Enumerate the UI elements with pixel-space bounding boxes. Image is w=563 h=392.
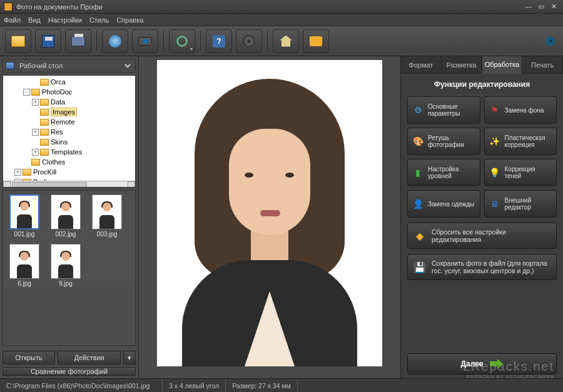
minimize-button[interactable]: — [523, 3, 534, 11]
magnifier-icon [176, 36, 188, 47]
func-button-6[interactable]: 👤Замена одежды [407, 190, 480, 218]
open-button[interactable]: Открыть [3, 351, 55, 364]
tool-web[interactable] [102, 29, 128, 53]
func-label: Замена одежды [428, 201, 474, 208]
watermark: LRepacks.net REPACKS BY ELCHUPACABRA [463, 359, 554, 379]
tool-help[interactable]: ? [206, 29, 232, 53]
thumb-caption: 9.jpg [48, 280, 83, 287]
app-icon [4, 3, 13, 11]
func-label: Пластическая коррекция [505, 134, 553, 148]
scroll-left-icon[interactable]: ◂ [3, 181, 11, 188]
expand-icon[interactable]: + [32, 149, 39, 156]
status-crop: 3 x 4 левый угол [163, 379, 226, 392]
func-label: Основные параметры [428, 103, 476, 117]
tool-open[interactable] [5, 29, 31, 53]
path-dropdown[interactable]: Рабочий стол [17, 61, 133, 70]
tool-save[interactable] [35, 29, 61, 53]
func-button-7[interactable]: 🖥Внешний редактор [484, 190, 557, 218]
preview-area [139, 56, 400, 378]
folder-icon [11, 36, 25, 47]
expand-icon[interactable]: - [23, 89, 30, 96]
thumbnails: 001.jpg002.jpg003.jpg6.jpg9.jpg [3, 190, 136, 346]
tree-node[interactable]: Images [3, 107, 135, 117]
tab-format[interactable]: Формат [401, 56, 442, 73]
path-selector[interactable]: Рабочий стол [3, 59, 136, 73]
tree-label: Orca [51, 78, 66, 86]
menu-help[interactable]: Справка [116, 16, 143, 24]
panel-close-icon[interactable]: ✕ [545, 36, 555, 46]
tree-node[interactable]: Skins [3, 137, 135, 147]
expand-icon[interactable]: + [32, 99, 39, 106]
scroll-thumb[interactable] [12, 182, 87, 188]
tree-node[interactable]: -PhotoDoc [3, 87, 135, 97]
func-button-1[interactable]: ⚑Замена фона [484, 96, 557, 124]
actions-button[interactable]: Действия [58, 351, 121, 364]
menu-view[interactable]: Вид [28, 16, 41, 24]
func-button-3[interactable]: ✨Пластическая коррекция [484, 128, 557, 155]
tool-cart[interactable] [303, 29, 329, 53]
tool-camera[interactable] [132, 29, 158, 53]
tree-scrollbar[interactable]: ◂ ▸ [3, 181, 135, 188]
right-panel: Формат Разметка Обработка Печать Функции… [400, 56, 563, 378]
tree-label: ProcKill [33, 168, 56, 176]
tree-label: Skins [51, 138, 68, 146]
tab-process[interactable]: Обработка [482, 56, 523, 74]
tree-label: Res [51, 128, 63, 136]
reset-button[interactable]: ◆ Сбросить все настройки редактирования [407, 223, 557, 249]
func-icon: 🖥 [489, 198, 501, 210]
tree-node[interactable]: Orca [3, 77, 135, 87]
statusbar: C:\Program Files (x86)\PhotoDoc\Images\0… [0, 378, 563, 392]
menu-style[interactable]: Стиль [89, 16, 109, 24]
separator [96, 31, 97, 52]
tree-node[interactable]: +ProcKill [3, 167, 135, 177]
tool-home[interactable] [273, 29, 299, 53]
tree-label: Images [51, 108, 77, 116]
func-icon: ⚙ [412, 104, 424, 116]
compare-button[interactable]: Сравнение фотографий [3, 367, 136, 376]
expand-icon[interactable]: + [32, 129, 39, 136]
tree-node[interactable]: +Res [3, 127, 135, 137]
tool-print[interactable] [65, 29, 91, 53]
tree-node[interactable]: +Templates [3, 147, 135, 157]
thumbnail[interactable]: 9.jpg [48, 244, 83, 287]
folder-icon [40, 119, 49, 126]
save-file-button[interactable]: 💾 Сохранить фото в файл (для портала гос… [407, 254, 557, 280]
globe-icon [109, 35, 121, 48]
maximize-button[interactable]: ▭ [535, 3, 547, 11]
func-label: Настройка уровней [428, 166, 476, 179]
menu-settings[interactable]: Настройки [48, 16, 82, 24]
folder-icon [40, 139, 49, 146]
tree-node[interactable]: Clothes [3, 157, 135, 167]
menu-file[interactable]: Файл [4, 16, 21, 24]
cart-icon [310, 36, 322, 46]
thumb-caption: 003.jpg [89, 231, 124, 238]
func-button-4[interactable]: ▮Настройка уровней [407, 159, 480, 186]
actions-dropdown[interactable]: ▾ [123, 351, 136, 364]
expand-icon[interactable]: + [14, 169, 21, 176]
titlebar: Фото на документы Профи — ▭ ✕ [0, 0, 563, 14]
camera-icon [138, 37, 152, 46]
folder-icon [40, 79, 49, 86]
toolbar: ? ✕ [0, 26, 563, 56]
func-button-0[interactable]: ⚙Основные параметры [407, 96, 480, 124]
tool-video[interactable] [236, 29, 262, 53]
thumbnail[interactable]: 001.jpg [7, 194, 42, 238]
tool-find[interactable] [169, 29, 195, 53]
func-label: Ретушь фотографии [428, 134, 476, 148]
tab-print[interactable]: Печать [522, 56, 563, 73]
tree-node[interactable]: Remote [3, 117, 135, 127]
folder-icon [31, 159, 40, 166]
thumbnail[interactable]: 002.jpg [48, 194, 83, 238]
folder-icon [40, 109, 49, 116]
tree-node[interactable]: +Data [3, 97, 135, 107]
func-button-2[interactable]: 🎨Ретушь фотографии [407, 128, 480, 155]
thumbnail[interactable]: 6.jpg [7, 244, 42, 287]
save-icon [42, 35, 54, 48]
photo-preview[interactable] [157, 60, 382, 366]
close-button[interactable]: ✕ [548, 3, 559, 11]
scroll-right-icon[interactable]: ▸ [128, 181, 135, 188]
func-button-5[interactable]: 💡Коррекция теней [484, 159, 557, 186]
thumbnail[interactable]: 003.jpg [89, 194, 124, 238]
tab-layout[interactable]: Разметка [442, 56, 482, 73]
left-panel: Рабочий стол Orca-PhotoDoc+DataImagesRem… [0, 56, 139, 378]
